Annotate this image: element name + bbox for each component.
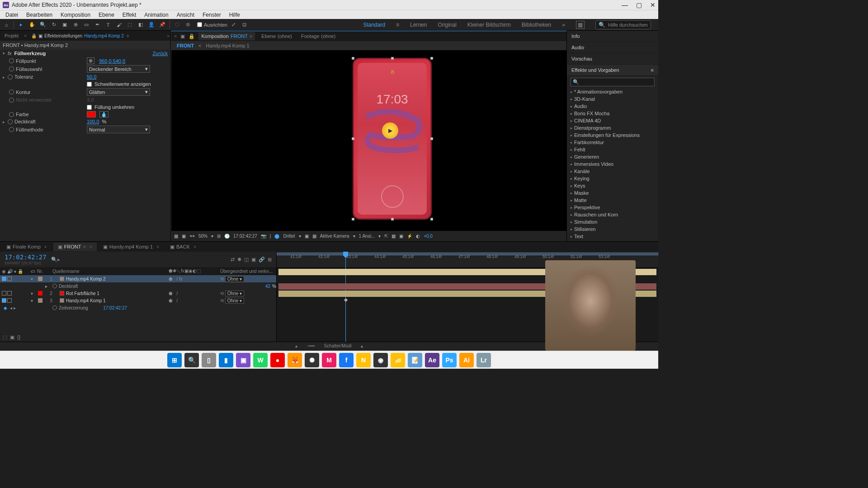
- camera-dropdown[interactable]: Aktive Kamera: [320, 234, 349, 239]
- timeline-tab-front[interactable]: ▣ FRONT ≡×: [53, 243, 97, 251]
- effects-presets-header[interactable]: Effekte und Vorgaben ≡: [567, 65, 658, 76]
- roi-icon[interactable]: ▣: [305, 234, 309, 239]
- collapse-icon[interactable]: ▴: [295, 343, 297, 348]
- eyedropper-icon[interactable]: 💧: [99, 111, 108, 117]
- effect-name[interactable]: Füllwerkzeug: [14, 51, 46, 56]
- share-icon[interactable]: ⇱: [384, 234, 388, 239]
- tab-project[interactable]: Projekt: [1, 32, 22, 40]
- orbit-tool-icon[interactable]: ↻: [49, 20, 58, 29]
- lock-icon[interactable]: 🔒: [31, 33, 37, 38]
- brush-tool-icon[interactable]: 🖌: [114, 20, 123, 29]
- category-kan-le[interactable]: Kanäle: [567, 168, 658, 175]
- tab-ebene[interactable]: Ebene (ohne): [259, 32, 295, 40]
- zoom-level[interactable]: 50%: [198, 234, 208, 239]
- mode-icon[interactable]: ⬡: [173, 20, 182, 29]
- workspace-original[interactable]: Original: [438, 22, 456, 28]
- taskbar-app[interactable]: 📁: [391, 353, 405, 367]
- tab-effect-controls[interactable]: Effekteinstellungen: [44, 33, 82, 38]
- menu-ansicht[interactable]: Ansicht: [173, 11, 198, 19]
- category-dienstprogramm[interactable]: Dienstprogramm: [567, 124, 658, 131]
- stopwatch-icon[interactable]: [8, 75, 13, 80]
- tl-toggle-icon[interactable]: ▣: [10, 334, 14, 340]
- roto-tool-icon[interactable]: 👤: [147, 20, 156, 29]
- dropdown-icon[interactable]: ▾: [211, 234, 213, 239]
- alpha-icon[interactable]: ▦: [174, 234, 178, 239]
- switch-mode-toggle[interactable]: ○━━: [307, 343, 315, 348]
- stopwatch-icon[interactable]: [9, 112, 14, 117]
- snapshot-icon[interactable]: 📷: [261, 234, 266, 239]
- puppet-tool-icon[interactable]: 📌: [158, 20, 167, 29]
- param-value[interactable]: 960,0,540,0: [99, 58, 125, 64]
- hand-tool-icon[interactable]: ✋: [28, 20, 37, 29]
- breadcrumb-comp1[interactable]: Handy.mp4 Komp 1: [206, 43, 249, 48]
- timeline-tab-back[interactable]: ▣ BACK×: [165, 243, 201, 251]
- stopwatch-icon[interactable]: [9, 58, 14, 63]
- resolution-dropdown[interactable]: Drittel: [283, 234, 295, 239]
- snap-icon[interactable]: ⤢: [229, 20, 238, 29]
- timeline-tab-finale-komp[interactable]: ▣ Finale Komp×: [2, 243, 52, 251]
- taskbar-app[interactable]: 📝: [408, 353, 422, 367]
- category-keying[interactable]: Keying: [567, 175, 658, 182]
- layer-row-1[interactable]: ▾1Handy.mp4 Komp 2⬟ / fx ⟲ Ohne ▾: [0, 275, 276, 282]
- keyframe-marker[interactable]: [344, 298, 348, 302]
- transparency-icon[interactable]: ▦: [312, 234, 316, 239]
- zoom-tool-icon[interactable]: 🔍: [38, 20, 47, 29]
- category-einstellungen-f-r-expressions[interactable]: Einstellungen für Expressions: [567, 131, 658, 139]
- panel-vorschau[interactable]: Vorschau: [567, 53, 658, 65]
- home-icon[interactable]: ⌂: [2, 20, 11, 29]
- tl-icon[interactable]: ▣: [251, 257, 256, 263]
- collapse-icon[interactable]: ▴: [361, 343, 363, 348]
- tl-icon[interactable]: ⇄: [231, 257, 235, 263]
- taskbar-app[interactable]: ●: [270, 353, 285, 367]
- category-keys[interactable]: Keys: [567, 182, 658, 189]
- menu-ebene[interactable]: Ebene: [95, 11, 118, 19]
- align-checkbox[interactable]: [197, 22, 202, 27]
- renderer-icon[interactable]: ▣: [399, 234, 403, 239]
- breadcrumb-front[interactable]: FRONT: [177, 43, 194, 48]
- timeline-tab-handy-mp4-komp-1[interactable]: ▣ Handy.mp4 Komp 1×: [99, 243, 164, 251]
- menu-animation[interactable]: Animation: [141, 11, 172, 19]
- category-fehlt[interactable]: Fehlt: [567, 146, 658, 153]
- param-value[interactable]: 3,0: [87, 97, 94, 103]
- category-perspektive[interactable]: Perspektive: [567, 204, 658, 211]
- clock-icon[interactable]: 🕐: [224, 234, 230, 239]
- fast-icon[interactable]: ⚡: [407, 234, 412, 239]
- menu-fenster[interactable]: Fenster: [199, 11, 225, 19]
- current-time[interactable]: 17:02:42:27: [5, 253, 47, 261]
- category-3d-kanal[interactable]: 3D-Kanal: [567, 95, 658, 103]
- category-cinema-4d[interactable]: CINEMA 4D: [567, 117, 658, 124]
- search-icon[interactable]: 🔍▸: [51, 257, 60, 263]
- category-immersives-video[interactable]: Immersives Video: [567, 160, 658, 168]
- stopwatch-icon[interactable]: [8, 119, 13, 124]
- eraser-tool-icon[interactable]: ◧: [136, 20, 145, 29]
- taskbar-app[interactable]: N: [356, 353, 371, 367]
- workspace-standard[interactable]: Standard: [363, 22, 385, 28]
- selection-tool-icon[interactable]: ▸: [17, 20, 26, 29]
- minimize-button[interactable]: —: [622, 1, 628, 9]
- category-boris-fx-mocha[interactable]: Boris FX Mocha: [567, 110, 658, 117]
- close-icon[interactable]: ×: [174, 33, 177, 39]
- workspace-grid-icon[interactable]: ▦: [576, 21, 585, 29]
- 3d-icon[interactable]: ▦: [392, 234, 396, 239]
- category---animationsvorgaben[interactable]: * Animationsvorgaben: [567, 88, 658, 95]
- taskbar-app[interactable]: 🦊: [288, 353, 302, 367]
- taskbar-app[interactable]: ▣: [236, 353, 250, 367]
- composition-viewer[interactable]: 🔒 17:03: [171, 50, 566, 230]
- param-checkbox[interactable]: [87, 105, 92, 110]
- snap2-icon[interactable]: ⊡: [240, 20, 249, 29]
- category-rauschen-und-korn[interactable]: Rauschen und Korn: [567, 211, 658, 218]
- tl-toggle-icon[interactable]: {}: [17, 334, 20, 340]
- exposure-icon[interactable]: ◐: [416, 234, 420, 239]
- workspace-lernen[interactable]: Lernen: [410, 22, 427, 28]
- pen-tool-icon[interactable]: ✒: [93, 20, 102, 29]
- menu-datei[interactable]: Datei: [2, 11, 22, 19]
- category-text[interactable]: Text: [567, 233, 658, 240]
- menu-effekt[interactable]: Effekt: [119, 11, 140, 19]
- workspace-bibliotheken[interactable]: Bibliotheken: [522, 22, 551, 28]
- param-dropdown[interactable]: Glätten▾: [87, 88, 150, 96]
- tag-icon[interactable]: 🏷: [31, 269, 35, 274]
- mode2-icon[interactable]: ⬢: [184, 20, 193, 29]
- exposure-value[interactable]: +0,0: [424, 234, 433, 239]
- point-picker-icon[interactable]: ⊕: [87, 57, 94, 64]
- taskbar-app[interactable]: Ps: [442, 353, 457, 367]
